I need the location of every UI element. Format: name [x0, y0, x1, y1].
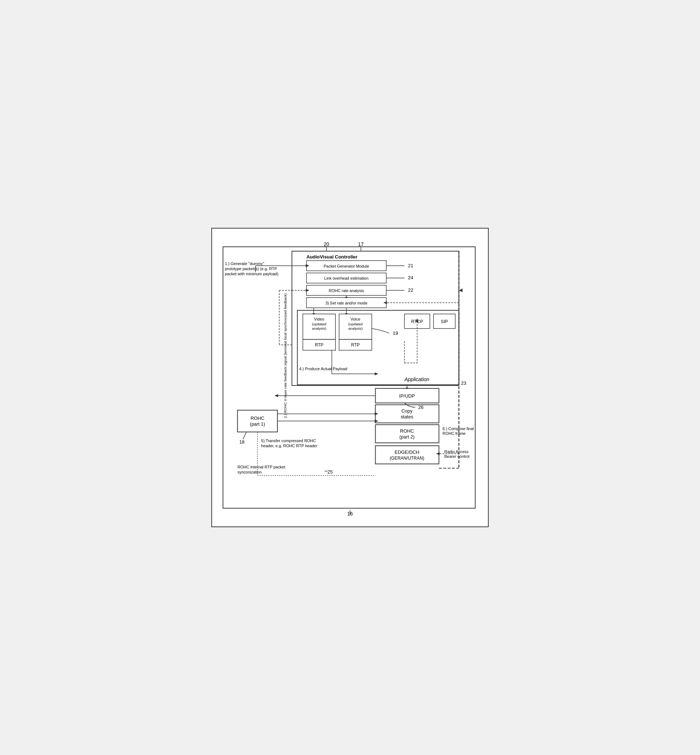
step5-label: 5) Transfer compressed ROHC	[261, 438, 316, 443]
produce-payload-label: 4.) Produce Actual Payload	[299, 367, 347, 371]
copy-states-label2: states	[401, 414, 413, 419]
svg-marker-49	[306, 264, 309, 267]
radio-access-label2: Bearer control	[445, 454, 470, 458]
rtp2-label: RTP	[351, 342, 360, 347]
label-20: 20	[324, 241, 330, 247]
step2-label: 2.) ROHC X-layer rate feedback signal (t…	[283, 293, 287, 418]
label-21: 21	[408, 263, 413, 268]
rtp1-label: RTP	[315, 342, 324, 347]
voice-sub2-label: analysis)	[348, 327, 362, 330]
rohc-internal-label: ROHC internal RTP packet	[238, 465, 285, 469]
step1-label: 1.) Generate "dummy"	[225, 261, 264, 266]
rohc-internal-label2: synconization	[238, 470, 262, 474]
packet-generator-label: Packet Generator Module	[324, 264, 369, 268]
set-rate-label: 3) Set rate and/or mode	[325, 301, 367, 305]
diagram-container: 20 17 16 AudioVisual Controller Packet G…	[219, 236, 481, 519]
rohc-part1-label2: (part 1)	[250, 421, 265, 427]
voice-label: Voice	[351, 317, 361, 321]
edge-dch-label2: (GERAN/UTRAN)	[390, 456, 425, 461]
step1-label2: prototype packet(s) (e.g. RTP	[225, 267, 277, 271]
label-25: 25	[327, 469, 333, 475]
compose-final-label: 6.) Compose final	[443, 427, 474, 431]
video-label: Video	[314, 317, 325, 321]
svg-marker-37	[375, 412, 378, 415]
copy-states-label: Copy	[402, 408, 413, 414]
rohc-part2-label: ROHC	[400, 428, 414, 434]
label-18: 18	[239, 439, 245, 445]
compose-final-label2: ROHC frame	[443, 431, 466, 436]
ip-udp-label: IP/UDP	[399, 393, 415, 399]
video-sub2-label: analysis)	[312, 327, 326, 330]
label-24: 24	[408, 275, 413, 281]
svg-marker-53	[375, 372, 378, 375]
audiovisual-controller-label: AudioVisual Controller	[306, 254, 358, 259]
svg-marker-35	[375, 419, 378, 422]
application-label: Application	[404, 377, 429, 382]
step1-label3: packet with minimum payload)	[225, 272, 278, 276]
svg-marker-7	[306, 289, 309, 292]
svg-marker-27	[459, 288, 462, 292]
rohc-rate-label: ROHC rate analysis	[329, 288, 364, 293]
label-19: 19	[393, 330, 398, 336]
rohc-part2-label2: (part 2)	[399, 434, 415, 439]
edge-dch-label: EDGE/DCH	[395, 449, 419, 455]
label-23: 23	[461, 380, 466, 386]
voice-sub-label: (updated	[348, 322, 362, 326]
label-22: 22	[408, 287, 413, 293]
svg-marker-33	[275, 394, 278, 397]
page: 20 17 16 AudioVisual Controller Packet G…	[211, 228, 489, 527]
rohc-part1-label: ROHC	[250, 416, 264, 421]
label-17: 17	[358, 241, 364, 247]
video-sub-label: (updated	[312, 322, 326, 326]
step5-label2: header, e.g. ROHC RTP header	[261, 444, 317, 448]
label-26: 26	[418, 405, 423, 410]
sip-label: SIP	[441, 319, 448, 324]
svg-marker-39	[436, 452, 440, 455]
link-overhead-label: Link overhead estimation	[324, 276, 368, 280]
radio-access-label: Radio Access	[445, 449, 469, 454]
svg-marker-29	[383, 301, 387, 304]
